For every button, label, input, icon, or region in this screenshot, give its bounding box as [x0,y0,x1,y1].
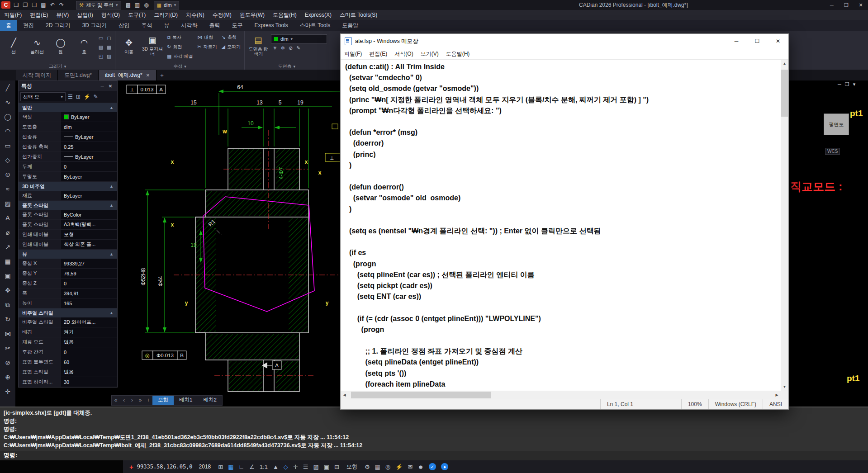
property-row[interactable]: 선가중치 ByLayer [19,152,117,162]
menu-item[interactable]: 형식(O) [97,10,124,20]
notepad-maximize-button[interactable]: ☐ [747,34,768,48]
section-header-plot-style[interactable]: 플롯 스타일 ▲ [19,201,117,210]
property-row[interactable]: 중심 Z 0 [19,279,117,289]
property-row[interactable]: 중심 Y 76,59 [19,269,117,279]
transparency-icon[interactable]: ▨ [313,464,318,470]
trim-tool-icon[interactable]: ✂ [0,341,15,355]
arc-tool-icon[interactable]: ◠ [0,124,15,138]
erase-tool-icon[interactable]: ⊘ [0,355,15,370]
property-row[interactable]: 후광 간격 0 [19,347,117,357]
notepad-menu-item[interactable]: 서식(O) [391,50,417,58]
layout-tab[interactable]: 모형 [152,396,174,405]
ribbon-modify-button[interactable]: ✥ 이동 [117,32,141,61]
polar-tracking-icon[interactable]: ∠ [249,464,255,470]
ribbon-tab[interactable]: 2D 그리기 [40,20,76,31]
pick-add-icon[interactable]: ⊞ [76,94,81,100]
menu-item[interactable]: 그리기(D) [150,10,182,20]
ribbon-small-button[interactable]: ⧉ 복사 [165,33,194,42]
ribbon-modify-button[interactable]: ▣ 3D 포지셔너 [141,32,164,61]
property-row[interactable]: 비주얼 스타일 2D 와이어프... [19,317,117,327]
spline-tool-icon[interactable]: ≈ [0,182,15,196]
doc-restore-button[interactable]: ❐ [845,81,849,87]
mirror-tool-icon[interactable]: ⋈ [0,326,15,341]
property-row[interactable]: 인쇄 테이블 색상 의존 플... [19,240,117,250]
sheet-set-icon[interactable]: ▥ [133,2,142,8]
notepad-menu-item[interactable]: 도움말(H) [442,50,474,58]
zoom-in-icon[interactable]: ⊕ [0,370,15,384]
notepad-menu-item[interactable]: 편집(E) [365,50,391,58]
object-snap-icon[interactable]: ◇ [284,464,288,470]
layer-lock-icon[interactable]: ⊘ [289,45,293,51]
isolate-objects-icon[interactable]: ◎ [385,464,390,470]
property-row[interactable]: 높이 165 [19,298,117,308]
move-tool-icon[interactable]: ✥ [0,283,15,298]
minimize-button[interactable]: ─ [825,0,839,10]
cadian-logo[interactable]: C [1,1,10,9]
notepad-menu-item[interactable]: 파일(F) [341,50,365,58]
draw-extra-icon[interactable]: ▤ [97,43,105,52]
ribbon-tab[interactable]: 편집 [17,20,40,31]
notepad-text-area[interactable]: (defun c:ati() : All Trim Inside (setvar… [341,60,781,391]
selection-combo[interactable]: 선택 요 ▾ [20,92,66,101]
quick-layer-combo[interactable]: ▦ dim ▾ [154,1,180,9]
property-row[interactable]: 표면 하이라... 30 [19,377,117,387]
doc-menu-button[interactable]: ▾ [853,81,856,87]
ribbon-group-label-modify[interactable]: 수정▾ [117,63,242,70]
copy-tool-icon[interactable]: ⧉ [0,298,15,312]
close-tab-icon[interactable]: ✕ [146,70,150,80]
open-file-icon[interactable]: ❐ [21,2,29,8]
draw-extra-icon[interactable]: ◻ [105,33,113,43]
line-tool-icon[interactable]: ╱ [0,80,15,95]
annotation-scale-label[interactable]: 1:1 [260,464,268,470]
snap-mode-icon[interactable]: ⊞ [218,464,223,470]
property-row[interactable]: 색상 ByLayer [19,112,117,122]
lineweight-icon[interactable]: ☰ [303,464,308,470]
ribbon-tab[interactable]: 주석 [135,20,158,31]
quick-select-icon[interactable]: ⚡ [84,94,90,100]
draw-extra-icon[interactable]: ▭ [97,33,105,43]
property-row[interactable]: 인쇄 테이블 모형 [19,230,117,240]
render-icon[interactable]: ◍ [142,2,151,8]
panel-close-button[interactable]: ✕ [106,84,114,89]
property-row[interactable]: 도면층 dim [19,122,117,132]
user-icon[interactable]: ☻ [417,464,424,470]
ribbon-tab[interactable]: 뷰 [158,20,175,31]
snap-tracking-icon[interactable]: ✛ [293,464,298,470]
layer-explorer-button[interactable]: ▤ 도면층 탐색기 [247,32,270,61]
panel-collapse-button[interactable]: ─ [98,84,106,89]
menu-item[interactable]: Express(X) [301,10,336,20]
property-row[interactable]: 표면 스타일 없음 [19,367,117,377]
notepad-title-bar[interactable]: ate.lsp - Windows 메모장 ─☐✕ [341,34,788,48]
ribbon-draw-button[interactable]: ◯ 원 [49,32,72,61]
close-button[interactable]: ✕ [854,0,868,10]
ribbon-draw-button[interactable]: ╱ 선 [2,32,25,61]
ribbon-small-button[interactable]: ↻ 회전 [165,42,194,52]
scroll-down-icon[interactable]: ▼ [781,383,788,391]
menu-item[interactable]: 뷰(V) [52,10,73,20]
command-input[interactable]: 명령: [0,450,868,460]
layout-tab[interactable]: 배치2 [198,396,222,405]
workspace-gear-icon[interactable]: ⚙ [365,464,370,470]
redo-icon[interactable]: ↷ [57,2,66,8]
menu-item[interactable]: 삽입(I) [73,10,97,20]
property-row[interactable]: 재료 모드 없음 [19,337,117,347]
ortho-mode-icon[interactable]: ∟ [239,464,245,470]
menu-item[interactable]: 스마트 Tools(S) [336,10,381,20]
property-row[interactable]: 중심 X 99339,27 [19,259,117,269]
layout-nav-arrow[interactable]: + [144,396,152,405]
notepad-horizontal-scrollbar[interactable]: ◀ ▶ [341,391,788,399]
undo-icon[interactable]: ↶ [48,2,57,8]
scroll-right-icon[interactable]: ▶ [773,393,781,397]
property-row[interactable]: 표면 불투명도 60 [19,357,117,367]
drawing-tab[interactable]: 도면1.dwg* [58,70,99,80]
property-row[interactable]: 폭 394,91 [19,289,117,298]
layout-tab[interactable]: 배치1 [174,396,198,405]
rectangle-tool-icon[interactable]: ▭ [0,138,15,153]
menu-item[interactable]: 치수(N) [182,10,209,20]
notepad-minimize-button[interactable]: ─ [726,34,747,48]
doc-minimize-button[interactable]: ─ [838,81,841,87]
notepad-close-button[interactable]: ✕ [768,34,788,48]
drawing-tab[interactable]: ibolt_예제.dwg* ✕ [99,70,157,80]
menu-item[interactable]: 편집(E) [26,10,52,20]
draw-extra-icon[interactable]: ◰ [97,52,105,61]
